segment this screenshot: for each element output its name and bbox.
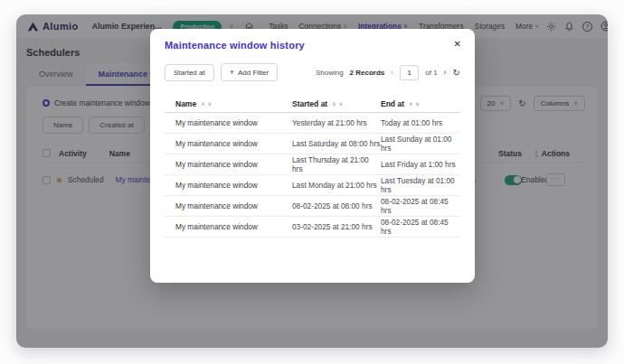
history-table-row: My maintenance window 03-02-2025 at 21:0… (165, 217, 460, 238)
started-at-filter-chip[interactable]: Started at (165, 64, 214, 81)
sort-icons[interactable]: ∧∨ (332, 100, 343, 107)
history-table: Name∧∨ Started at∧∨ End at∧∨ My maintena… (165, 95, 460, 238)
row-name: My maintenance window (165, 118, 292, 127)
row-name: My maintenance window (165, 139, 292, 148)
row-started-at: 03-02-2025 at 21:00 hrs (292, 222, 381, 231)
row-name: My maintenance window (165, 160, 292, 169)
history-table-row: My maintenance window Last Monday at 21:… (165, 175, 460, 196)
maintenance-window-history-modal: Maintenance window history ✕ Started at … (150, 29, 475, 283)
plus-icon: + (230, 68, 234, 77)
row-started-at: 08-02-2025 at 08:00 hrs (292, 201, 381, 210)
row-end-at: Last Tuesday at 01:00 hrs (381, 176, 460, 194)
modal-title: Maintenance window history (165, 40, 305, 51)
row-name: My maintenance window (165, 201, 292, 210)
sort-icons[interactable]: ∧∨ (201, 100, 212, 107)
row-name: My maintenance window (165, 181, 292, 190)
row-started-at: Last Monday at 21:00 hrs (292, 181, 381, 190)
col-started-at[interactable]: Started at∧∨ (292, 99, 381, 108)
sort-icons[interactable]: ∧∨ (409, 100, 420, 107)
next-page-icon[interactable]: › (444, 68, 447, 77)
add-filter-button[interactable]: + Add Filter (221, 63, 279, 81)
row-end-at: Today at 01:00 hrs (381, 118, 460, 127)
row-end-at: Last Sunday at 01:00 hrs (381, 135, 460, 153)
history-table-row: My maintenance window Last Saturday at 0… (165, 134, 460, 154)
col-name[interactable]: Name∧∨ (165, 99, 292, 108)
row-end-at: Last Friday at 1:00 hrs (381, 160, 460, 169)
row-started-at: Last Saturday at 08:00 hrs (292, 139, 381, 148)
record-count: 2 Records (350, 69, 385, 77)
history-table-row: My maintenance window 08-02-2025 at 08:0… (165, 196, 460, 217)
refresh-icon[interactable]: ↻ (453, 68, 460, 78)
history-table-row: My maintenance window Yesterday at 21:00… (165, 113, 460, 134)
history-table-row: My maintenance window Last Thursday at 2… (165, 154, 460, 175)
history-table-body: My maintenance window Yesterday at 21:00… (165, 113, 460, 238)
prev-page-icon[interactable]: ‹ (391, 68, 393, 77)
row-name: My maintenance window (165, 222, 292, 231)
showing-label: Showing (316, 69, 344, 77)
page-number-input[interactable] (400, 65, 419, 80)
row-end-at: 08-02-2025 at 08:45 hrs (381, 218, 460, 236)
modal-toolbar: Started at + Add Filter Showing 2 Record… (165, 62, 460, 82)
close-icon[interactable]: ✕ (454, 39, 461, 49)
row-started-at: Last Thursday at 21:00 hrs (292, 155, 381, 173)
row-started-at: Yesterday at 21:00 hrs (292, 118, 381, 127)
of-total-label: of 1 (425, 69, 437, 77)
history-table-header: Name∧∨ Started at∧∨ End at∧∨ (165, 95, 460, 113)
row-end-at: 08-02-2025 at 08:45 hrs (381, 197, 460, 215)
modal-pagination: Showing 2 Records ‹ of 1 › ↻ (316, 65, 460, 80)
col-end-at[interactable]: End at∧∨ (381, 99, 460, 108)
